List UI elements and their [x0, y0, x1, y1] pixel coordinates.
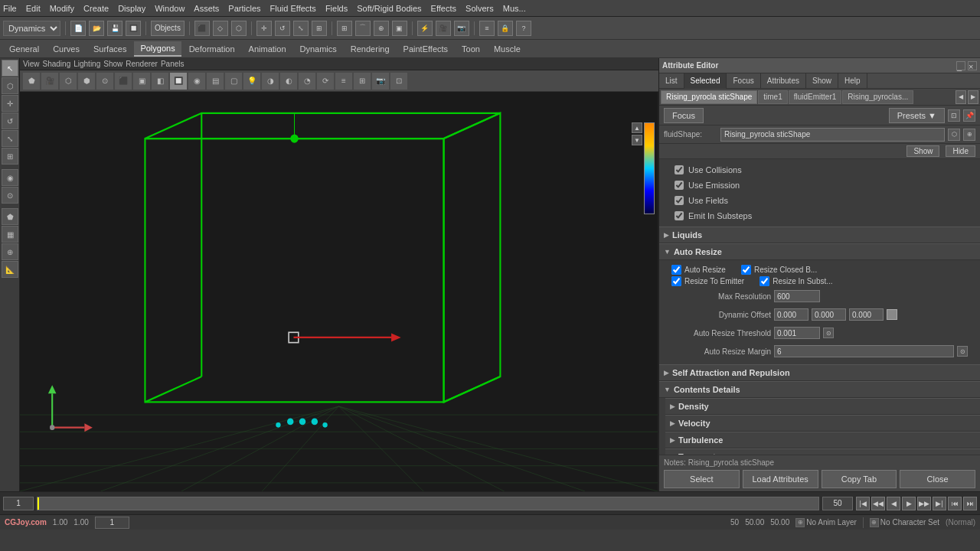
render-icon[interactable]: 🎥 — [436, 21, 451, 36]
snap-point-icon[interactable]: ⊕ — [374, 21, 389, 36]
checkbox-resize-emitter[interactable] — [671, 276, 681, 286]
vp-select-icon[interactable]: ⬟ — [23, 73, 40, 90]
section-contents-details[interactable]: ▼ Contents Details — [659, 381, 980, 398]
paint-select-tool[interactable]: ⬡ — [2, 77, 18, 94]
menu-mus[interactable]: Mus... — [503, 4, 526, 13]
vp-point-icon[interactable]: ⊙ — [96, 73, 113, 90]
menu-effects[interactable]: Effects — [431, 4, 456, 13]
move-tool[interactable]: ✛ — [2, 95, 18, 112]
tab-general[interactable]: General — [3, 41, 45, 57]
vp-ao-icon[interactable]: ◐ — [280, 73, 297, 90]
margin-slider-icon[interactable]: ⊙ — [957, 346, 968, 357]
move-icon[interactable]: ✛ — [256, 21, 272, 36]
menu-particles[interactable]: Particles — [228, 4, 260, 13]
playback-next-key-btn[interactable]: ▶| — [933, 497, 946, 510]
dynamic-offset-color[interactable] — [887, 309, 897, 320]
vp-cam-icon[interactable]: 🎥 — [41, 73, 58, 90]
tab-painteffects[interactable]: PaintEffects — [397, 41, 455, 57]
vp-all-icon[interactable]: ▤ — [207, 73, 224, 90]
section-temperature[interactable]: ▶ Temperature — [665, 448, 980, 455]
menu-solvers[interactable]: Solvers — [466, 4, 494, 13]
vp-bound-icon[interactable]: ⬛ — [115, 73, 132, 90]
menu-window[interactable]: Window — [155, 4, 185, 13]
input-threshold[interactable] — [774, 327, 820, 339]
vp-menu-show[interactable]: Show — [103, 60, 122, 68]
snap-grid-icon[interactable]: ⊞ — [337, 21, 352, 36]
tab-curves[interactable]: Curves — [47, 41, 86, 57]
section-velocity[interactable]: ▶ Velocity — [665, 415, 980, 432]
vp-cam2-icon[interactable]: 📷 — [372, 73, 389, 90]
input-max-resolution[interactable] — [774, 290, 820, 302]
menu-modify[interactable]: Modify — [50, 4, 74, 13]
layout-tool[interactable]: ▦ — [2, 226, 18, 243]
fluid-icon-2[interactable]: ⊕ — [963, 129, 975, 141]
display-layer-icon[interactable]: ≡ — [479, 21, 495, 36]
threshold-slider-icon[interactable]: ⊙ — [823, 328, 834, 338]
new-scene-icon[interactable]: 📄 — [70, 21, 86, 36]
panel-content[interactable]: Use Collisions Use Emission Use Fields E… — [659, 159, 980, 455]
checkbox-resize-substeps[interactable] — [760, 276, 769, 286]
tab-dynamics[interactable]: Dynamics — [294, 41, 343, 57]
select-btn[interactable]: Select — [664, 470, 740, 488]
paint-icon[interactable]: ⬡ — [231, 21, 247, 36]
lock-icon[interactable]: 🔒 — [498, 21, 513, 36]
playback-prev-key-btn[interactable]: ◀◀ — [871, 497, 885, 510]
transform-tool[interactable]: ⊞ — [2, 148, 18, 165]
select-icon[interactable]: ⬛ — [194, 21, 210, 36]
hide-btn[interactable]: Hide — [946, 145, 975, 157]
snap-surface-icon[interactable]: ▣ — [392, 21, 407, 36]
input-dynamic-offset-x[interactable] — [774, 308, 808, 321]
panel-tab-focus[interactable]: Focus — [727, 73, 760, 89]
tab-animation[interactable]: Animation — [243, 41, 292, 57]
open-icon[interactable]: 📂 — [89, 21, 104, 36]
panel-minimize-btn[interactable]: _ — [956, 61, 965, 70]
section-auto-resize[interactable]: ▼ Auto Resize — [659, 243, 980, 260]
vp-menu-shading[interactable]: Shading — [43, 60, 71, 68]
menu-fields[interactable]: Fields — [325, 4, 348, 13]
vp-screenshot-icon[interactable]: ⊡ — [390, 73, 407, 90]
menu-fluid-effects[interactable]: Fluid Effects — [270, 4, 316, 13]
soft-mod-tool[interactable]: ◉ — [2, 169, 18, 186]
checkbox-emit-substeps[interactable] — [675, 211, 684, 220]
playback-end-btn[interactable]: ⏭ — [963, 497, 977, 510]
tab-polygons[interactable]: Polygons — [134, 41, 181, 57]
measure-tool[interactable]: 📐 — [2, 261, 18, 278]
copy-tab-btn[interactable]: Copy Tab — [822, 470, 897, 488]
snap-curve-icon[interactable]: ⌒ — [355, 21, 371, 36]
vp-menu-view[interactable]: View — [23, 60, 40, 68]
close-btn[interactable]: Close — [900, 470, 975, 488]
save-as-icon[interactable]: 🔲 — [126, 21, 141, 36]
transform-icon[interactable]: ⊞ — [312, 21, 327, 36]
panel-tab-help[interactable]: Help — [838, 73, 867, 89]
viewport[interactable]: ▲ ▼ — [20, 92, 658, 491]
ramp-up-btn[interactable]: ▲ — [632, 122, 642, 133]
menu-display[interactable]: Display — [118, 4, 145, 13]
vp-wire-icon[interactable]: ⬡ — [60, 73, 77, 90]
vp-mo-icon[interactable]: ⟳ — [317, 73, 334, 90]
input-dynamic-offset-z[interactable] — [849, 308, 884, 321]
vp-dof-icon[interactable]: ◔ — [299, 73, 315, 90]
presets-btn[interactable]: Presets ▼ — [889, 108, 945, 123]
vp-menu-renderer[interactable]: Renderer — [126, 60, 158, 68]
ramp-down-btn[interactable]: ▼ — [632, 135, 642, 145]
shape-tab-next-btn[interactable]: ▶ — [968, 90, 978, 104]
menu-create[interactable]: Create — [83, 4, 109, 13]
section-turbulence[interactable]: ▶ Turbulence — [665, 432, 980, 448]
fluid-shape-input[interactable] — [720, 128, 945, 142]
shape-tab-0[interactable]: Rising_pyrocla sticShape — [661, 90, 757, 104]
playback-prev-btn[interactable]: ◀ — [887, 497, 900, 510]
vp-shadow-icon[interactable]: ◑ — [262, 73, 279, 90]
playback-next-btn[interactable]: ▶▶ — [917, 497, 931, 510]
vp-xray-icon[interactable]: ◉ — [188, 73, 205, 90]
section-liquids[interactable]: ▶ Liquids — [659, 227, 980, 243]
tab-rendering[interactable]: Rendering — [345, 41, 396, 57]
history-icon[interactable]: ⚡ — [417, 21, 433, 36]
panel-tab-show[interactable]: Show — [806, 73, 838, 89]
timeline-frame-input[interactable] — [3, 497, 34, 510]
vp-frame-icon[interactable]: 🔲 — [170, 73, 187, 90]
input-dynamic-offset-y[interactable] — [812, 308, 846, 321]
panel-tab-attributes[interactable]: Attributes — [761, 73, 806, 89]
shape-tab-prev-btn[interactable]: ◀ — [956, 90, 966, 104]
vp-subdiv-icon[interactable]: ▣ — [133, 73, 150, 90]
playback-goto-start-btn[interactable]: |◀ — [856, 497, 870, 510]
